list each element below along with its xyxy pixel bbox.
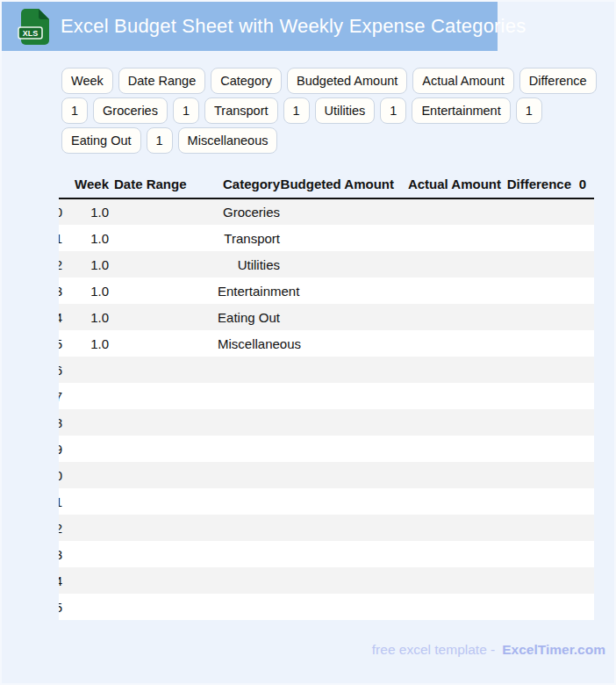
chip-difference[interactable]: Difference (519, 68, 597, 94)
chip-miscellaneous[interactable]: Miscellaneous (178, 127, 278, 154)
table-row: 6 (59, 357, 594, 383)
cell-actual-amount (394, 462, 501, 488)
cell-difference (501, 567, 571, 594)
cell-extra (571, 251, 594, 278)
cell-budgeted-amount (280, 304, 394, 330)
chip-eating-out[interactable]: Eating Out (61, 127, 141, 154)
cell-date-range (112, 409, 218, 436)
cell-actual-amount (394, 541, 501, 567)
chip-transport[interactable]: Transport (204, 97, 278, 124)
cell-week: 1.0 (64, 304, 112, 330)
cell-difference (501, 357, 571, 383)
table-row: 15 (59, 594, 594, 620)
footer-text: free excel template - (372, 642, 495, 657)
table-row: 9 (59, 436, 594, 462)
cell-extra (571, 594, 594, 620)
cell-budgeted-amount (280, 594, 394, 620)
cell-actual-amount (394, 567, 501, 594)
cell-budgeted-amount (280, 383, 394, 409)
cell-actual-amount (394, 357, 501, 383)
chips-container: WeekDate RangeCategoryBudgeted AmountAct… (61, 68, 609, 154)
cell-extra (571, 462, 594, 488)
chip-1[interactable]: 1 (147, 127, 173, 154)
col-header-actual-amount: Actual Amount (394, 170, 501, 198)
cell-difference (501, 462, 571, 488)
cell-difference (501, 594, 571, 620)
cell-date-range (112, 594, 218, 620)
cell-week (64, 462, 112, 488)
cell-extra (571, 304, 594, 330)
cell-budgeted-amount (280, 462, 394, 488)
cell-budgeted-amount (280, 357, 394, 383)
table-row: 7 (59, 383, 594, 409)
chip-week[interactable]: Week (61, 68, 113, 94)
cell-difference (501, 225, 571, 251)
cell-week: 1.0 (64, 198, 112, 225)
cell-category: Miscellaneous (218, 330, 280, 357)
cell-budgeted-amount (280, 198, 394, 225)
cell-category: Groceries (218, 198, 280, 225)
cell-actual-amount (394, 251, 501, 278)
table-row: 2 1.0 Utilities (59, 251, 594, 278)
table-row: 10 (59, 462, 594, 488)
cell-week (64, 515, 112, 541)
col-header-category: Category (218, 170, 280, 198)
titlebar: XLS Excel Budget Sheet with Weekly Expen… (2, 2, 498, 51)
chip-groceries[interactable]: Groceries (93, 97, 168, 124)
cell-category (218, 357, 280, 383)
cell-category: Transport (218, 225, 280, 251)
cell-difference (501, 251, 571, 278)
chip-utilities[interactable]: Utilities (315, 97, 376, 124)
cell-actual-amount (394, 436, 501, 462)
cell-category (218, 383, 280, 409)
table-row: 11 (59, 488, 594, 515)
col-header-date-range: Date Range (112, 170, 218, 198)
table-row: 13 (59, 541, 594, 567)
chip-1[interactable]: 1 (380, 97, 406, 124)
cell-category (218, 462, 280, 488)
cell-date-range (112, 436, 218, 462)
chip-1[interactable]: 1 (61, 97, 88, 124)
xls-file-icon: XLS (18, 8, 51, 46)
cell-extra (571, 436, 594, 462)
chip-category[interactable]: Category (211, 68, 282, 94)
table-row: 14 (59, 567, 594, 594)
cell-week (64, 488, 112, 515)
cell-actual-amount (394, 225, 501, 251)
chip-1[interactable]: 1 (173, 97, 199, 124)
chip-budgeted-amount[interactable]: Budgeted Amount (287, 68, 407, 94)
footer-brand-link[interactable]: ExcelTimer.com (502, 642, 605, 657)
table-row: 3 1.0 Entertainment (59, 278, 594, 304)
table-row: 1 1.0 Transport (59, 225, 594, 251)
cell-category (218, 488, 280, 515)
chip-1[interactable]: 1 (516, 97, 542, 124)
cell-actual-amount (394, 383, 501, 409)
chip-date-range[interactable]: Date Range (118, 68, 205, 94)
table-row: 8 (59, 409, 594, 436)
table-header-row: Week Date Range Category Budgeted Amount… (59, 170, 594, 198)
cell-week: 1.0 (64, 225, 112, 251)
cell-extra (571, 198, 594, 225)
chip-actual-amount[interactable]: Actual Amount (412, 68, 514, 94)
cell-difference (501, 488, 571, 515)
chip-1[interactable]: 1 (283, 97, 310, 124)
footer: free excel template -ExcelTimer.com (372, 642, 605, 658)
chip-entertainment[interactable]: Entertainment (412, 97, 510, 124)
cell-difference (501, 436, 571, 462)
cell-extra (571, 515, 594, 541)
cell-budgeted-amount (280, 436, 394, 462)
cell-actual-amount (394, 304, 501, 330)
cell-extra (571, 383, 594, 409)
cell-week: 1.0 (64, 330, 112, 357)
cell-extra (571, 567, 594, 594)
budget-table: Week Date Range Category Budgeted Amount… (59, 170, 594, 620)
cell-date-range (112, 357, 218, 383)
cell-extra (571, 278, 594, 304)
cell-category: Utilities (218, 251, 280, 278)
cell-budgeted-amount (280, 488, 394, 515)
cell-budgeted-amount (280, 409, 394, 436)
cell-difference (501, 330, 571, 357)
cell-date-range (112, 251, 218, 278)
cell-actual-amount (394, 488, 501, 515)
col-header-week: Week (64, 170, 112, 198)
